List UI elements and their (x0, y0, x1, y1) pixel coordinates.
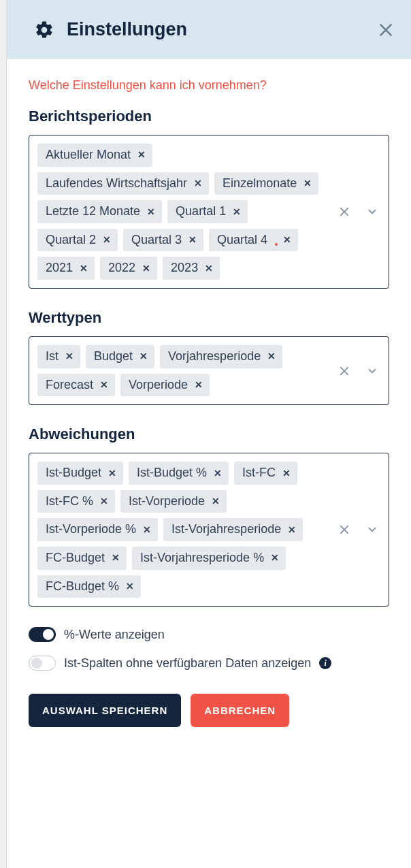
multiselect-berichtsperioden[interactable]: Aktueller Monat✕Laufendes Wirtschaftsjah… (29, 135, 389, 289)
multiselect-side (328, 135, 389, 288)
chip-remove-icon[interactable]: ✕ (137, 149, 146, 161)
chip-label: Ist (46, 349, 59, 364)
toggle-ist-columns: Ist-Spalten ohne verfügbaren Daten anzei… (29, 656, 389, 671)
chip-remove-icon[interactable]: ✕ (142, 263, 150, 274)
header-left: Einstellungen (34, 19, 187, 40)
chip-label: Vorjahresperiode (168, 349, 261, 364)
chip-remove-icon[interactable]: ✕ (205, 263, 213, 274)
toggle-switch[interactable] (29, 656, 56, 671)
chip-remove-icon[interactable]: ✕ (195, 379, 203, 391)
chips-container: Ist-Budget✕Ist-Budget %✕Ist-FC✕Ist-FC %✕… (29, 453, 328, 606)
chip-label: 2021 (46, 261, 73, 276)
chip: Budget✕ (86, 345, 154, 368)
toggle-percent-values: %-Werte anzeigen (29, 627, 389, 642)
chip-remove-icon[interactable]: ✕ (65, 351, 73, 362)
chip: Vorjahresperiode✕ (160, 345, 282, 368)
chip-label: Aktueller Monat (46, 148, 131, 163)
multiselect-werttypen[interactable]: Ist✕Budget✕Vorjahresperiode✕Forecast✕Vor… (29, 336, 389, 405)
chip-label: Einzelmonate (223, 176, 297, 191)
multiselect-abweichungen[interactable]: Ist-Budget✕Ist-Budget %✕Ist-FC✕Ist-FC %✕… (29, 453, 389, 607)
clear-all-icon[interactable] (332, 199, 357, 224)
panel-header: Einstellungen (7, 0, 411, 59)
chips-container: Ist✕Budget✕Vorjahresperiode✕Forecast✕Vor… (29, 337, 328, 404)
chip: Ist-Budget %✕ (129, 462, 229, 485)
chip-remove-icon[interactable]: ✕ (267, 351, 276, 362)
chip-remove-icon[interactable]: ✕ (233, 206, 241, 218)
chip: Ist-Vorperiode✕ (120, 490, 227, 513)
chip-label: 2023 (171, 261, 198, 276)
chip: Letzte 12 Monate✕ (37, 200, 162, 223)
chip: Quartal 3✕ (123, 229, 203, 252)
chip-remove-icon[interactable]: ✕ (283, 234, 291, 246)
chip-remove-icon[interactable]: ✕ (139, 351, 148, 362)
chevron-down-icon[interactable] (360, 199, 384, 224)
chip-remove-icon[interactable]: ✕ (271, 552, 279, 564)
toggles: %-Werte anzeigen Ist-Spalten ohne verfüg… (29, 627, 389, 671)
save-button[interactable]: Auswahl speichern (29, 694, 181, 727)
chip: Ist-FC %✕ (37, 490, 115, 513)
chip-remove-icon[interactable]: ✕ (100, 496, 108, 507)
chip-remove-icon[interactable]: ✕ (103, 234, 111, 246)
chip-remove-icon[interactable]: ✕ (194, 178, 202, 189)
chip-remove-icon[interactable]: ✕ (108, 468, 116, 479)
chip-remove-icon[interactable]: ✕ (188, 234, 197, 246)
settings-panel: Einstellungen Welche Einstellungen kann … (7, 0, 411, 868)
chip-remove-icon[interactable]: ✕ (303, 178, 312, 189)
chip-label: Quartal 2 (46, 233, 96, 248)
multiselect-side (328, 453, 389, 606)
chip: Ist✕ (37, 345, 80, 368)
multiselect-side (328, 337, 389, 404)
chip: Aktueller Monat✕ (37, 144, 152, 167)
chip-label: Quartal 4 (217, 233, 267, 248)
clear-all-icon[interactable] (332, 359, 357, 383)
indicator-dot (275, 243, 278, 246)
chip-label: Ist-Budget (46, 466, 101, 481)
info-icon[interactable]: i (319, 657, 331, 669)
clear-all-icon[interactable] (332, 517, 357, 542)
chip-remove-icon[interactable]: ✕ (288, 524, 296, 536)
close-icon[interactable] (377, 21, 395, 39)
chip: FC-Budget✕ (37, 547, 127, 570)
section-abweichungen: Abweichungen Ist-Budget✕Ist-Budget %✕Ist… (29, 425, 389, 607)
help-link[interactable]: Welche Einstellungen kann ich vornehmen? (29, 78, 267, 93)
chip-label: Ist-FC (242, 466, 276, 481)
chip-label: Quartal 3 (131, 233, 182, 248)
panel-body: Welche Einstellungen kann ich vornehmen?… (7, 59, 411, 868)
chip-label: Letzte 12 Monate (46, 204, 140, 219)
chip: Ist-Budget✕ (37, 462, 123, 485)
chip-label: Ist-Vorperiode % (46, 522, 136, 537)
chips-container: Aktueller Monat✕Laufendes Wirtschaftsjah… (29, 135, 328, 288)
chip-remove-icon[interactable]: ✕ (112, 552, 120, 564)
chip-label: Quartal 1 (176, 204, 226, 219)
chip: Laufendes Wirtschaftsjahr✕ (37, 172, 209, 195)
chevron-down-icon[interactable] (360, 359, 384, 383)
toggle-switch[interactable] (29, 627, 56, 642)
chip-label: 2022 (108, 261, 135, 276)
chevron-down-icon[interactable] (360, 517, 384, 542)
chip-remove-icon[interactable]: ✕ (100, 379, 108, 391)
section-title: Werttypen (29, 309, 389, 327)
chip-remove-icon[interactable]: ✕ (126, 581, 134, 592)
gear-icon (34, 20, 54, 40)
chip: 2023✕ (163, 257, 220, 280)
chip-remove-icon[interactable]: ✕ (214, 468, 222, 479)
chip-label: Ist-FC % (46, 494, 93, 509)
chip-label: Ist-Vorjahresperiode (171, 522, 281, 537)
chip: Ist-Vorperiode %✕ (37, 518, 158, 541)
chip: Einzelmonate✕ (214, 172, 318, 195)
toggle-label: %-Werte anzeigen (64, 628, 165, 642)
chip-remove-icon[interactable]: ✕ (143, 524, 151, 536)
chip-remove-icon[interactable]: ✕ (282, 468, 291, 479)
chip-remove-icon[interactable]: ✕ (212, 496, 220, 507)
cancel-button[interactable]: Abbrechen (191, 694, 289, 727)
section-title: Abweichungen (29, 425, 389, 443)
chip-label: Vorperiode (129, 378, 188, 393)
chip-remove-icon[interactable]: ✕ (80, 263, 88, 274)
chip-label: FC-Budget % (46, 579, 119, 594)
chip: Quartal 1✕ (167, 200, 248, 223)
chip-remove-icon[interactable]: ✕ (147, 206, 155, 218)
section-werttypen: Werttypen Ist✕Budget✕Vorjahresperiode✕Fo… (29, 309, 389, 405)
background-stub (0, 0, 7, 868)
chip: Vorperiode✕ (120, 374, 210, 397)
section-berichtsperioden: Berichtsperioden Aktueller Monat✕Laufend… (29, 108, 389, 289)
